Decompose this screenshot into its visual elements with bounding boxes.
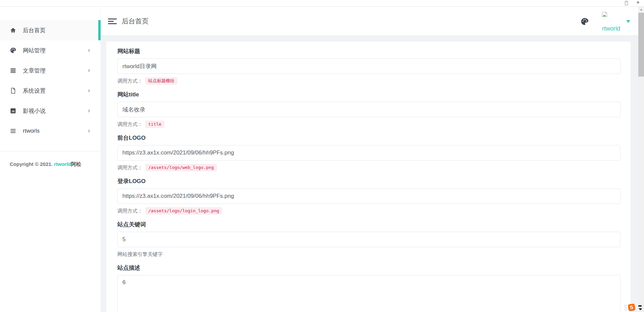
lines-icon — [10, 67, 16, 74]
helper-badge: 站点标题概括 — [145, 77, 177, 85]
helper-prefix: 调用方式： — [117, 78, 143, 84]
drag-handle-icon[interactable] — [625, 305, 627, 311]
home-icon — [10, 27, 16, 34]
form-group-login-logo: 登录LOGO 调用方式： /assets/logo/login_logo.png — [117, 178, 621, 215]
sidebar-item-label: 网站管理 — [23, 47, 46, 54]
sidebar-item-dashboard[interactable]: 后台首页 — [0, 20, 100, 40]
field-helper: 调用方式： 站点标题概括 — [117, 77, 621, 85]
scrollbar-thumb[interactable] — [638, 13, 644, 77]
file-icon — [10, 87, 16, 94]
sidebar-item-article-manage[interactable]: 文章管理 › — [0, 60, 100, 81]
sidebar-item-site-manage[interactable]: 网站管理 › — [0, 40, 100, 60]
chevron-right-icon: › — [88, 67, 90, 74]
login-logo-input[interactable] — [117, 188, 621, 204]
mini-window-icon[interactable] — [625, 1, 628, 5]
form-group-keywords: 站点关键词 网站搜索引擎关键字 — [117, 221, 621, 258]
copyright: Copyright © 2021. rtworld阿松 — [10, 161, 81, 168]
palette-icon — [10, 47, 16, 54]
chevron-right-icon: › — [88, 47, 90, 53]
chevron-right-icon: › — [88, 128, 90, 134]
field-label: 前台LOGO — [117, 134, 621, 142]
sidebar-toggle-icon[interactable] — [108, 18, 117, 24]
helper-prefix: 调用方式： — [117, 165, 143, 171]
admin-dashboard: » 后台首页 网站管理 › — [0, 0, 644, 312]
form-group-front-logo: 前台LOGO 调用方式： /assets/logo/web_logo.png — [117, 134, 621, 171]
field-helper: 调用方式： /assets/logo/web_logo.png — [117, 164, 621, 171]
sidebar-item-label: 影视小说 — [23, 107, 46, 115]
field-helper: 调用方式： /assets/logo/login_logo.png — [117, 207, 621, 215]
header: 后台首页 rtworld — [101, 7, 638, 36]
sidebar: 后台首页 网站管理 › — [0, 7, 101, 312]
front-logo-input[interactable] — [117, 145, 621, 161]
scroll-up-icon[interactable]: ▲ — [638, 7, 644, 12]
sidebar-divider — [0, 151, 100, 151]
sidebar-item-rtworls[interactable]: rtworls › — [0, 121, 100, 141]
browser-top-strip: » — [0, 0, 644, 7]
sidebar-item-label: 后台首页 — [23, 27, 46, 34]
sidebar-item-label: rtworls — [23, 128, 40, 134]
site-keywords-input[interactable] — [117, 232, 621, 247]
field-label: 登录LOGO — [117, 178, 621, 185]
form-group-web-title: 网站title 调用方式： title — [117, 91, 621, 128]
helper-code: /assets/logo/login_logo.png — [145, 207, 222, 215]
broken-image-icon — [601, 11, 608, 18]
sidebar-item-system-settings[interactable]: 系统设置 › — [0, 81, 100, 101]
content-area: 网站标题 调用方式： 站点标题概括 网站title 调用方式： title 前台… — [101, 36, 638, 312]
page-title: 后台首页 — [122, 17, 149, 26]
user-name: rtworld — [597, 25, 626, 32]
scrollbar[interactable]: ▲ ▼ — [638, 7, 644, 312]
helper-prefix: 调用方式： — [117, 208, 143, 214]
sidebar-item-movies-novels[interactable]: JS 影视小说 › — [0, 101, 100, 121]
field-label: 站点关键词 — [117, 221, 621, 228]
helper-prefix: 调用方式： — [117, 121, 143, 128]
form-group-description: 站点描述 6 — [117, 264, 621, 312]
ime-caret-icon[interactable] — [639, 308, 642, 310]
js-icon: JS — [10, 107, 16, 114]
copyright-text: Copyright © 2021. — [10, 161, 54, 167]
menu-icon — [10, 128, 16, 134]
helper-plain: 网站搜索引擎关键字 — [117, 251, 163, 258]
chevron-right-icon: › — [88, 107, 90, 114]
svg-text:JS: JS — [11, 110, 14, 113]
sogou-ime-toolbar[interactable]: S — [623, 304, 644, 312]
site-description-textarea[interactable]: 6 — [117, 275, 621, 312]
helper-code: title — [145, 121, 164, 128]
sidebar-menu: 后台首页 网站管理 › — [0, 20, 100, 141]
field-label: 网站标题 — [117, 48, 621, 55]
bookmarks-overflow-icon[interactable]: » — [637, 0, 639, 5]
ime-dash-icon — [638, 305, 642, 307]
site-title-input[interactable] — [117, 58, 621, 74]
theme-palette-icon[interactable] — [580, 17, 589, 26]
sogou-ime-icon[interactable]: S — [628, 304, 636, 311]
sidebar-item-label: 文章管理 — [23, 67, 46, 75]
web-title-input[interactable] — [117, 102, 621, 117]
field-helper: 网站搜索引擎关键字 — [117, 251, 621, 258]
sidebar-item-label: 系统设置 — [23, 87, 46, 95]
field-label: 网站title — [117, 91, 621, 98]
field-helper: 调用方式： title — [117, 121, 621, 128]
field-label: 站点描述 — [117, 264, 621, 272]
form-group-site-title: 网站标题 调用方式： 站点标题概括 — [117, 48, 621, 85]
caret-down-icon[interactable] — [626, 20, 630, 23]
copyright-owner: 阿松 — [71, 161, 81, 167]
settings-form-card: 网站标题 调用方式： 站点标题概括 网站title 调用方式： title 前台… — [106, 42, 631, 312]
chevron-right-icon: › — [88, 87, 90, 94]
copyright-brand: rtworld — [54, 161, 71, 167]
active-indicator — [98, 20, 101, 40]
helper-code: /assets/logo/web_logo.png — [145, 164, 217, 171]
user-menu[interactable]: rtworld — [597, 9, 626, 33]
